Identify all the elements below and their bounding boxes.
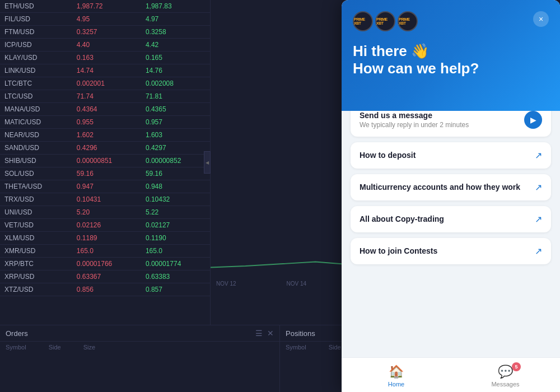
market-row[interactable]: TRX/USD 0.10431 0.10432 [0,193,210,206]
tab-messages[interactable]: 5 💬 Messages [451,362,560,390]
bid-cell: 14.74 [72,64,141,77]
ask-cell: 0.63383 [141,270,210,283]
home-icon: 🏠 [389,365,404,379]
ask-cell: 0.1190 [141,232,210,245]
chat-overlay: PRIME XBT PRIME XBT PRIME XBT × Hi there… [342,0,560,392]
market-row[interactable]: NEAR/USD 1.602 1.603 [0,129,210,142]
ask-cell: 1,987.83 [141,0,210,13]
help-link-content: How to deposit [360,151,416,161]
market-row[interactable]: LINK/USD 14.74 14.76 [0,64,210,77]
symbol-cell: MANA/USD [0,103,72,116]
bid-cell: 0.163 [72,52,141,64]
messages-tab-label: Messages [491,381,519,388]
market-row[interactable]: FTM/USD 0.3257 0.3258 [0,26,210,39]
market-row[interactable]: THETA/USD 0.947 0.948 [0,180,210,193]
ask-cell: 0.948 [141,180,210,193]
bid-cell: 5.20 [72,206,141,219]
market-row[interactable]: VET/USD 0.02126 0.02127 [0,219,210,232]
market-row[interactable]: SOL/USD 59.16 59.16 [0,167,210,180]
bid-cell: 0.4364 [72,103,141,116]
bid-cell: 0.4296 [72,142,141,155]
bid-cell: 0.002001 [72,77,141,90]
help-link-title: All about Copy-trading [360,214,444,223]
collapse-button[interactable]: ◀ [204,151,211,174]
tab-home[interactable]: 🏠 Home [342,362,451,390]
ask-cell: 0.4365 [141,103,210,116]
ask-cell: 0.165 [141,52,210,64]
send-message-title: Send us a message [360,111,469,120]
help-link-title: How to deposit [360,151,416,160]
ask-cell: 4.97 [141,13,210,26]
symbol-cell: TRX/USD [0,193,72,206]
bid-cell: 1.602 [72,129,141,142]
orders-close-icon[interactable]: ✕ [267,329,274,338]
help-link-content: All about Copy-trading [360,214,444,225]
symbol-cell: MATIC/USD [0,116,72,129]
symbol-cell: XRP/BTC [0,258,72,270]
ask-cell: 59.16 [141,167,210,180]
symbol-cell: XTZ/USD [0,283,72,296]
market-row[interactable]: SAND/USD 0.4296 0.4297 [0,142,210,155]
ask-cell: 0.10432 [141,193,210,206]
help-link-content: How to join Contests [360,246,437,256]
market-row[interactable]: XRP/USD 0.63367 0.63383 [0,270,210,283]
ask-cell: 0.00001774 [141,258,210,270]
market-table: ETH/USD 1,987.72 1,987.83 FIL/USD 4.95 4… [0,0,210,325]
market-row[interactable]: MATIC/USD 0.955 0.957 [0,116,210,129]
help-link-card[interactable]: All about Copy-trading ↗ [351,206,551,232]
ask-cell: 165.0 [141,245,210,258]
positions-col-symbol: Symbol [286,344,306,351]
symbol-cell: LINK/USD [0,64,72,77]
market-row[interactable]: XRP/BTC 0.00001766 0.00001774 [0,258,210,270]
orders-col-symbol: Symbol [6,344,26,351]
send-message-subtitle: We typically reply in under 2 minutes [360,121,469,129]
symbol-cell: FIL/USD [0,13,72,26]
chat-close-button[interactable]: × [533,11,549,27]
market-row[interactable]: ETH/USD 1,987.72 1,987.83 [0,0,210,13]
bid-cell: 0.947 [72,180,141,193]
logo-group: PRIME XBT PRIME XBT PRIME XBT [353,11,418,31]
orders-col-side: Side [49,344,61,351]
symbol-cell: FTM/USD [0,26,72,39]
messages-icon: 💬 [498,365,513,379]
help-link-card[interactable]: Multicurrency accounts and how they work… [351,174,551,200]
market-row[interactable]: UNI/USD 5.20 5.22 [0,206,210,219]
ask-cell: 1.603 [141,129,210,142]
home-tab-label: Home [388,381,404,388]
orders-menu-icon[interactable]: ☰ [255,329,263,338]
symbol-cell: SOL/USD [0,167,72,180]
market-row[interactable]: ICP/USD 4.40 4.42 [0,39,210,52]
symbol-cell: ETH/USD [0,0,72,13]
messages-badge: 5 [512,362,521,371]
symbol-cell: VET/USD [0,219,72,232]
orders-panel-title: Orders [6,329,28,338]
send-message-card-content: Send us a message We typically reply in … [360,111,469,129]
market-row[interactable]: LTC/USD 71.74 71.81 [0,90,210,103]
ask-cell: 14.76 [141,64,210,77]
market-row[interactable]: SHIB/USD 0.00000851 0.00000852 [0,155,210,167]
bid-cell: 0.63367 [72,270,141,283]
ask-cell: 0.957 [141,116,210,129]
symbol-cell: KLAY/USD [0,52,72,64]
help-link-card[interactable]: How to join Contests ↗ [351,238,551,264]
positions-col-side: Side [329,344,341,351]
market-row[interactable]: MANA/USD 0.4364 0.4365 [0,103,210,116]
orders-panel: Orders ☰ ✕ Symbol Side Size [0,325,280,392]
bid-cell: 0.02126 [72,219,141,232]
help-link-card[interactable]: How to deposit ↗ [351,142,551,169]
market-row[interactable]: FIL/USD 4.95 4.97 [0,13,210,26]
market-row[interactable]: XTZ/USD 0.856 0.857 [0,283,210,296]
help-link-content: Multicurrency accounts and how they work [360,183,520,193]
symbol-cell: LTC/USD [0,90,72,103]
market-row[interactable]: LTC/BTC 0.002001 0.002008 [0,77,210,90]
bid-cell: 1,987.72 [72,0,141,13]
subgreeting-text: How can we help? [353,60,549,77]
bid-cell: 0.1189 [72,232,141,245]
market-row[interactable]: XLM/USD 0.1189 0.1190 [0,232,210,245]
ask-cell: 4.42 [141,39,210,52]
bid-cell: 0.3257 [72,26,141,39]
chat-greeting: Hi there 👋 How can we help? [353,43,549,77]
bid-cell: 0.00001766 [72,258,141,270]
market-row[interactable]: XMR/USD 165.0 165.0 [0,245,210,258]
market-row[interactable]: KLAY/USD 0.163 0.165 [0,52,210,64]
